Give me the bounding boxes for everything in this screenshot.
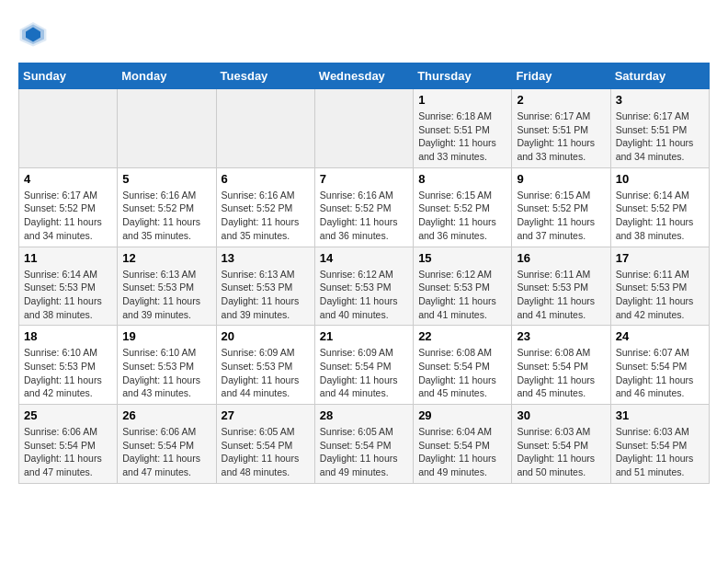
calendar-cell: 17Sunrise: 6:11 AM Sunset: 5:53 PM Dayli… [610, 247, 709, 326]
day-number: 2 [517, 93, 605, 107]
day-number: 20 [222, 329, 310, 343]
day-info: Sunrise: 6:15 AM Sunset: 5:52 PM Dayligh… [517, 189, 605, 243]
page-header [18, 18, 710, 48]
day-number: 6 [222, 172, 310, 186]
day-info: Sunrise: 6:17 AM Sunset: 5:52 PM Dayligh… [24, 189, 112, 243]
day-number: 19 [122, 329, 210, 343]
day-info: Sunrise: 6:13 AM Sunset: 5:53 PM Dayligh… [122, 268, 210, 322]
day-info: Sunrise: 6:10 AM Sunset: 5:53 PM Dayligh… [24, 346, 112, 400]
day-info: Sunrise: 6:12 AM Sunset: 5:53 PM Dayligh… [320, 268, 408, 322]
calendar-cell: 27Sunrise: 6:05 AM Sunset: 5:54 PM Dayli… [216, 405, 314, 484]
day-info: Sunrise: 6:16 AM Sunset: 5:52 PM Dayligh… [122, 189, 210, 243]
day-info: Sunrise: 6:14 AM Sunset: 5:52 PM Dayligh… [616, 189, 704, 243]
calendar-cell [314, 89, 413, 168]
day-number: 16 [517, 251, 605, 265]
day-number: 21 [320, 329, 408, 343]
day-header-tuesday: Tuesday [216, 63, 314, 89]
calendar-cell: 20Sunrise: 6:09 AM Sunset: 5:53 PM Dayli… [216, 326, 314, 405]
day-info: Sunrise: 6:16 AM Sunset: 5:52 PM Dayligh… [222, 189, 310, 243]
day-number: 26 [122, 408, 210, 422]
calendar-cell: 21Sunrise: 6:09 AM Sunset: 5:54 PM Dayli… [314, 326, 413, 405]
day-info: Sunrise: 6:09 AM Sunset: 5:54 PM Dayligh… [320, 346, 408, 400]
calendar-cell: 10Sunrise: 6:14 AM Sunset: 5:52 PM Dayli… [610, 167, 709, 247]
calendar-cell: 7Sunrise: 6:16 AM Sunset: 5:52 PM Daylig… [314, 167, 413, 247]
calendar-cell: 31Sunrise: 6:03 AM Sunset: 5:54 PM Dayli… [610, 405, 709, 484]
calendar-table: SundayMondayTuesdayWednesdayThursdayFrid… [18, 63, 710, 484]
calendar-cell: 29Sunrise: 6:04 AM Sunset: 5:54 PM Dayli… [414, 405, 512, 484]
day-info: Sunrise: 6:09 AM Sunset: 5:53 PM Dayligh… [222, 346, 310, 400]
day-number: 12 [122, 251, 210, 265]
day-info: Sunrise: 6:06 AM Sunset: 5:54 PM Dayligh… [122, 425, 210, 479]
calendar-cell: 3Sunrise: 6:17 AM Sunset: 5:51 PM Daylig… [610, 89, 709, 168]
day-info: Sunrise: 6:08 AM Sunset: 5:54 PM Dayligh… [517, 346, 605, 400]
day-number: 29 [418, 408, 506, 422]
calendar-cell [19, 89, 118, 168]
calendar-header: SundayMondayTuesdayWednesdayThursdayFrid… [19, 63, 710, 89]
calendar-week: 1Sunrise: 6:18 AM Sunset: 5:51 PM Daylig… [19, 89, 710, 168]
day-number: 23 [517, 329, 605, 343]
day-number: 25 [24, 408, 112, 422]
day-number: 27 [222, 408, 310, 422]
day-header-sunday: Sunday [19, 63, 118, 89]
day-number: 11 [24, 251, 112, 265]
day-info: Sunrise: 6:17 AM Sunset: 5:51 PM Dayligh… [517, 109, 605, 164]
day-info: Sunrise: 6:06 AM Sunset: 5:54 PM Dayligh… [24, 425, 112, 479]
calendar-cell: 26Sunrise: 6:06 AM Sunset: 5:54 PM Dayli… [118, 405, 216, 484]
calendar-cell: 25Sunrise: 6:06 AM Sunset: 5:54 PM Dayli… [19, 405, 118, 484]
calendar-week: 11Sunrise: 6:14 AM Sunset: 5:53 PM Dayli… [19, 247, 710, 326]
calendar-cell: 6Sunrise: 6:16 AM Sunset: 5:52 PM Daylig… [216, 167, 314, 247]
calendar-cell: 28Sunrise: 6:05 AM Sunset: 5:54 PM Dayli… [314, 405, 413, 484]
day-header-thursday: Thursday [414, 63, 512, 89]
logo [18, 18, 51, 48]
day-number: 7 [320, 172, 408, 186]
calendar-cell: 22Sunrise: 6:08 AM Sunset: 5:54 PM Dayli… [414, 326, 512, 405]
day-number: 31 [616, 408, 704, 422]
day-number: 1 [418, 93, 506, 107]
day-number: 10 [616, 172, 704, 186]
day-number: 8 [418, 172, 506, 186]
day-header-wednesday: Wednesday [314, 63, 413, 89]
day-number: 3 [616, 93, 704, 107]
calendar-week: 25Sunrise: 6:06 AM Sunset: 5:54 PM Dayli… [19, 405, 710, 484]
day-info: Sunrise: 6:05 AM Sunset: 5:54 PM Dayligh… [320, 425, 408, 479]
calendar-cell: 1Sunrise: 6:18 AM Sunset: 5:51 PM Daylig… [414, 89, 512, 168]
logo-icon [18, 18, 48, 48]
header-row: SundayMondayTuesdayWednesdayThursdayFrid… [19, 63, 710, 89]
day-number: 5 [122, 172, 210, 186]
day-info: Sunrise: 6:17 AM Sunset: 5:51 PM Dayligh… [616, 109, 704, 164]
day-info: Sunrise: 6:15 AM Sunset: 5:52 PM Dayligh… [418, 189, 506, 243]
calendar-cell: 4Sunrise: 6:17 AM Sunset: 5:52 PM Daylig… [19, 167, 118, 247]
day-header-saturday: Saturday [610, 63, 709, 89]
calendar-cell: 18Sunrise: 6:10 AM Sunset: 5:53 PM Dayli… [19, 326, 118, 405]
calendar-cell [216, 89, 314, 168]
calendar-cell: 12Sunrise: 6:13 AM Sunset: 5:53 PM Dayli… [118, 247, 216, 326]
day-info: Sunrise: 6:07 AM Sunset: 5:54 PM Dayligh… [616, 346, 704, 400]
calendar-cell: 19Sunrise: 6:10 AM Sunset: 5:53 PM Dayli… [118, 326, 216, 405]
day-number: 30 [517, 408, 605, 422]
calendar-week: 18Sunrise: 6:10 AM Sunset: 5:53 PM Dayli… [19, 326, 710, 405]
day-number: 9 [517, 172, 605, 186]
day-info: Sunrise: 6:13 AM Sunset: 5:53 PM Dayligh… [222, 268, 310, 322]
calendar-cell: 11Sunrise: 6:14 AM Sunset: 5:53 PM Dayli… [19, 247, 118, 326]
calendar-cell: 30Sunrise: 6:03 AM Sunset: 5:54 PM Dayli… [512, 405, 610, 484]
day-number: 14 [320, 251, 408, 265]
day-number: 15 [418, 251, 506, 265]
day-number: 18 [24, 329, 112, 343]
day-info: Sunrise: 6:04 AM Sunset: 5:54 PM Dayligh… [418, 425, 506, 479]
calendar-week: 4Sunrise: 6:17 AM Sunset: 5:52 PM Daylig… [19, 167, 710, 247]
day-info: Sunrise: 6:03 AM Sunset: 5:54 PM Dayligh… [616, 425, 704, 479]
calendar-cell: 23Sunrise: 6:08 AM Sunset: 5:54 PM Dayli… [512, 326, 610, 405]
day-header-monday: Monday [118, 63, 216, 89]
calendar-cell: 9Sunrise: 6:15 AM Sunset: 5:52 PM Daylig… [512, 167, 610, 247]
day-number: 28 [320, 408, 408, 422]
day-info: Sunrise: 6:08 AM Sunset: 5:54 PM Dayligh… [418, 346, 506, 400]
calendar-cell: 14Sunrise: 6:12 AM Sunset: 5:53 PM Dayli… [314, 247, 413, 326]
day-number: 17 [616, 251, 704, 265]
day-info: Sunrise: 6:18 AM Sunset: 5:51 PM Dayligh… [418, 109, 506, 164]
day-info: Sunrise: 6:12 AM Sunset: 5:53 PM Dayligh… [418, 268, 506, 322]
day-number: 24 [616, 329, 704, 343]
day-info: Sunrise: 6:11 AM Sunset: 5:53 PM Dayligh… [517, 268, 605, 322]
day-info: Sunrise: 6:05 AM Sunset: 5:54 PM Dayligh… [222, 425, 310, 479]
day-number: 13 [222, 251, 310, 265]
calendar-body: 1Sunrise: 6:18 AM Sunset: 5:51 PM Daylig… [19, 89, 710, 484]
